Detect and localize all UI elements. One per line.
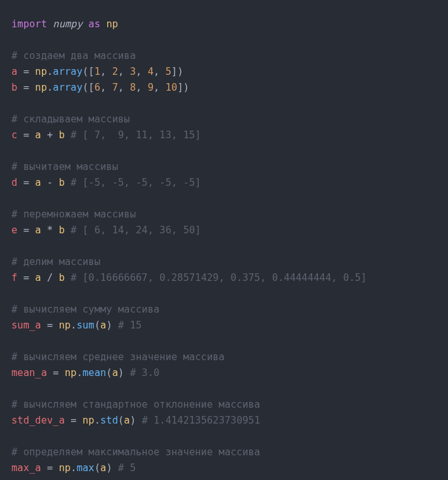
comma: , xyxy=(154,82,166,93)
rparen: ) xyxy=(118,367,124,379)
dot: . xyxy=(70,320,76,331)
var-a-ref: a xyxy=(35,272,41,283)
fn-array: array xyxy=(53,66,82,77)
close-bracket: ]) xyxy=(177,82,189,93)
keyword-import: import xyxy=(11,18,47,30)
var-a: a xyxy=(11,66,17,77)
fn-sum: sum xyxy=(77,320,95,331)
comment-mul: # перемножаем массивы xyxy=(11,209,136,220)
num: 9 xyxy=(148,82,154,93)
comment-add-result: # [ 7, 9, 11, 13, 15] xyxy=(65,129,201,141)
fn-mean: mean xyxy=(82,367,106,379)
num: 2 xyxy=(112,66,118,77)
var-a-ref: a xyxy=(100,462,106,474)
var-max-a: max_a xyxy=(11,462,41,474)
op-eq: = xyxy=(17,177,35,188)
lparen: ( xyxy=(95,320,100,331)
dot: . xyxy=(70,462,76,474)
comment-add: # складываем массивы xyxy=(11,114,130,125)
op-minus: - xyxy=(41,177,59,188)
lparen: ( xyxy=(95,462,100,474)
open-bracket: ([ xyxy=(82,66,95,77)
comment-div: # делим массивы xyxy=(11,256,100,268)
num: 4 xyxy=(148,66,154,77)
mod-np: np xyxy=(59,462,71,474)
comment-mean-result: # 3.0 xyxy=(124,367,159,379)
comma: , xyxy=(136,82,148,93)
op-eq: = xyxy=(17,66,35,77)
op-eq: = xyxy=(41,462,59,474)
var-c: c xyxy=(11,129,17,141)
mod-np: np xyxy=(35,82,47,93)
mod-np: np xyxy=(65,367,77,379)
var-sum-a: sum_a xyxy=(11,320,41,331)
var-b-ref: b xyxy=(59,177,65,188)
num: 5 xyxy=(166,66,171,77)
var-a-ref: a xyxy=(35,177,41,188)
alias-np: np xyxy=(106,18,118,30)
comment-sub: # вычитаем массивы xyxy=(11,161,118,172)
comma: , xyxy=(100,66,112,77)
op-eq: = xyxy=(47,367,65,379)
op-plus: + xyxy=(41,129,59,141)
comment-sum: # вычисляем сумму массива xyxy=(11,304,159,315)
dot: . xyxy=(47,82,53,93)
comment-max: # определяем максимальное значение масси… xyxy=(11,446,260,458)
num: 6 xyxy=(95,82,100,93)
comma: , xyxy=(118,82,130,93)
comment-sum-result: # 15 xyxy=(112,320,142,331)
comment-sub-result: # [-5, -5, -5, -5, -5] xyxy=(65,177,201,188)
num: 7 xyxy=(112,82,118,93)
var-b-ref: b xyxy=(59,272,65,283)
op-eq: = xyxy=(17,129,35,141)
comment-mean: # вычисляем среднее значение массива xyxy=(11,351,225,363)
num: 3 xyxy=(130,66,136,77)
var-a-ref: a xyxy=(35,129,41,141)
comma: , xyxy=(136,66,148,77)
comment-mul-result: # [ 6, 14, 24, 36, 50] xyxy=(65,224,201,236)
lparen: ( xyxy=(106,367,112,379)
comment-create-arrays: # создаем два массива xyxy=(11,50,136,62)
var-f: f xyxy=(11,272,17,283)
keyword-as: as xyxy=(88,18,100,30)
fn-std: std xyxy=(100,415,118,426)
fn-array: array xyxy=(53,82,82,93)
rparen: ) xyxy=(106,320,112,331)
rparen: ) xyxy=(106,462,112,474)
var-b-ref: b xyxy=(59,224,65,236)
mod-np: np xyxy=(35,66,47,77)
num: 1 xyxy=(95,66,100,77)
comment-div-result: # [0.16666667, 0.28571429, 0.375, 0.4444… xyxy=(65,272,367,283)
op-eq: = xyxy=(41,320,59,331)
var-mean-a: mean_a xyxy=(11,367,47,379)
code-block: import numpy as np # создаем два массива… xyxy=(0,0,448,480)
comment-max-result: # 5 xyxy=(112,462,136,474)
var-d: d xyxy=(11,177,17,188)
num: 8 xyxy=(130,82,136,93)
var-e: e xyxy=(11,224,17,236)
comma: , xyxy=(100,82,112,93)
comment-std: # вычисляем стандартное отклонение масси… xyxy=(11,399,260,410)
op-div: / xyxy=(41,272,59,283)
var-a-ref: a xyxy=(112,367,118,379)
op-mul: * xyxy=(41,224,59,236)
var-b-ref: b xyxy=(59,129,65,141)
mod-np: np xyxy=(82,415,95,426)
comma: , xyxy=(154,66,166,77)
op-eq: = xyxy=(65,415,82,426)
var-a-ref: a xyxy=(35,224,41,236)
mod-np: np xyxy=(59,320,71,331)
rparen: ) xyxy=(130,415,136,426)
op-eq: = xyxy=(17,224,35,236)
comma: , xyxy=(118,66,130,77)
module-numpy: numpy xyxy=(53,18,82,30)
lparen: ( xyxy=(118,415,124,426)
op-eq: = xyxy=(17,82,35,93)
dot: . xyxy=(77,367,82,379)
var-a-ref: a xyxy=(124,415,129,426)
fn-max: max xyxy=(77,462,95,474)
var-b: b xyxy=(11,82,17,93)
dot: . xyxy=(95,415,100,426)
num: 10 xyxy=(166,82,178,93)
var-std-dev-a: std_dev_a xyxy=(11,415,65,426)
